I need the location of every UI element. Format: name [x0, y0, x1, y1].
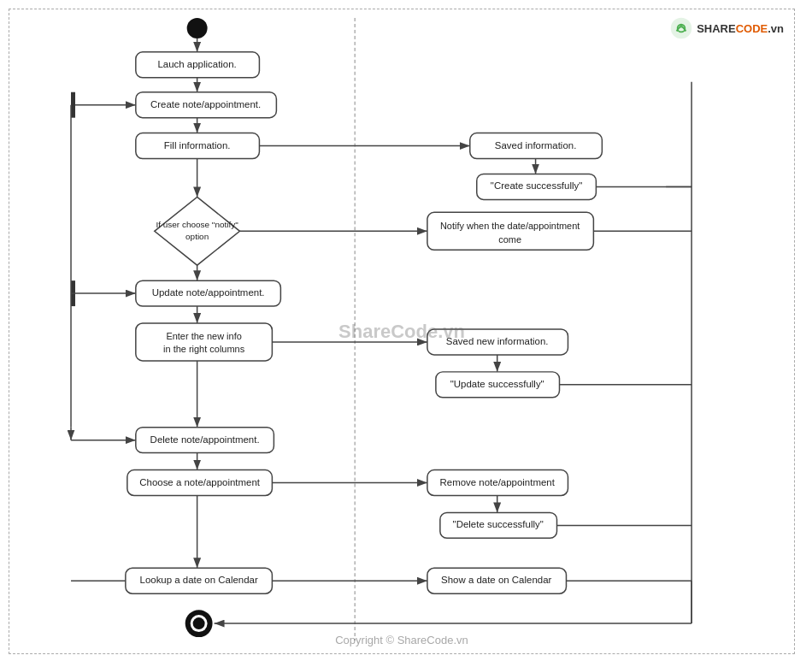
end-inner	[193, 617, 205, 629]
create-success-text: "Create successfully"	[491, 180, 582, 191]
sharecode-logo: SHARECODE.vn	[669, 16, 784, 40]
notify-text1: Notify when the date/appointment	[440, 221, 580, 231]
diagram-svg: Lauch application. Create note/appointme…	[9, 9, 794, 653]
logo-icon	[669, 16, 693, 40]
enter-new-text1: Enter the new info	[166, 331, 241, 341]
update-note-text: Update note/appointment.	[152, 287, 265, 298]
svg-point-0	[671, 18, 692, 39]
enter-new-box	[136, 323, 273, 361]
choose-note-text: Choose a note/appointment	[139, 477, 261, 487]
remove-note-text: Remove note/appointment	[440, 477, 556, 487]
saved-info-text: Saved information.	[495, 140, 577, 151]
fill-info-text: Fill information.	[164, 140, 231, 151]
copyright: Copyright © ShareCode.vn	[335, 634, 468, 646]
fork-bar-left	[71, 92, 75, 118]
show-date-text: Show a date on Calendar	[441, 575, 551, 585]
update-success-text: "Update successfully"	[450, 379, 544, 389]
start-node	[187, 18, 208, 38]
enter-new-text2: in the right columns	[163, 344, 245, 354]
lookup-date-text: Lookup a date on Calendar	[140, 575, 258, 585]
delete-note-text: Delete note/appointment.	[150, 434, 260, 445]
create-note-text: Create note/appointment.	[150, 99, 261, 109]
notify-text2: come	[498, 234, 521, 245]
delete-success-text: "Delete successfully"	[453, 519, 544, 529]
launch-text: Lauch application.	[157, 59, 236, 69]
decision-text2: option	[185, 232, 209, 241]
decision-text1: If user choose "notify"	[156, 220, 238, 229]
diagram-container: SHARECODE.vn Lauch application. Crea	[9, 9, 795, 654]
logo-text: SHARECODE.vn	[697, 22, 784, 35]
saved-new-text: Saved new information.	[446, 336, 549, 346]
